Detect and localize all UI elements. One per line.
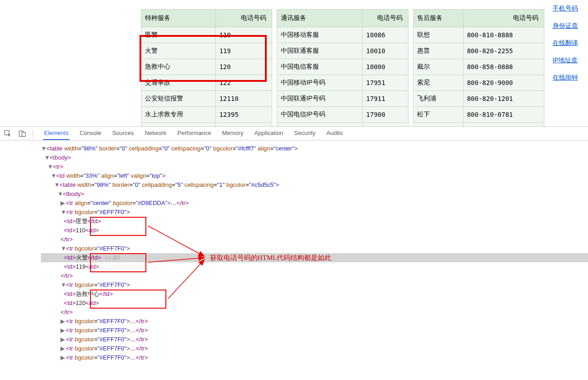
col-header: 特种服务 [141, 10, 215, 27]
aftersale-services-table-container: 售后服务电话号码 联想800-810-8888惠普800-820-2255戴尔8… [413, 9, 544, 126]
cell-number: 800-820-1201 [463, 91, 544, 106]
devtools-tab-elements[interactable]: Elements [43, 127, 70, 140]
col-header: 通讯服务 [277, 10, 362, 27]
cell-number: 800-810-8888 [463, 27, 544, 43]
table-row: 水上求救专用12395 [141, 107, 272, 122]
sidebar-link[interactable]: IP地址查 [549, 52, 588, 69]
col-header: 电话号码 [363, 10, 408, 27]
table-row: 中国电信客服10000 [277, 59, 408, 75]
cell-name: 中国联通IP号码 [277, 91, 362, 106]
cell-number: 110 [216, 27, 272, 43]
cell-number: 17900 [363, 107, 408, 122]
cell-number: 17911 [363, 91, 408, 106]
cell-name: 索尼 [414, 75, 463, 90]
cell-number: 800-810-0781 [463, 107, 544, 122]
table-row: 中国移动IP号码17951 [277, 75, 408, 90]
table-row: 急救中心120 [141, 59, 272, 75]
cell-number: 10086 [363, 27, 408, 43]
cell-name: 爱普生 [414, 123, 463, 126]
col-header: 电话号码 [216, 10, 272, 27]
cell-name: 中国移动IP号码 [277, 75, 362, 90]
cell-name: 交通事故 [141, 75, 215, 90]
col-header: 售后服务 [414, 10, 463, 27]
table-row: 中国电信IP号码17900 [277, 107, 408, 122]
table-row: 松下800-810-0781 [414, 107, 544, 122]
table-row: 联想800-810-8888 [414, 27, 544, 43]
cell-number: 800-820-9000 [463, 75, 544, 90]
table-row: 电话及长途区号查询114 [277, 123, 408, 126]
sidebar-link[interactable]: 手机号码 [549, 0, 588, 17]
col-header: 电话号码 [463, 10, 544, 27]
cell-number: 122 [216, 75, 272, 90]
table-row: 戴尔800-858-0888 [414, 59, 544, 75]
table-row: 爱普生800-810-9977 [414, 123, 544, 126]
devtools-panel: ElementsConsoleSourcesNetworkPerformance… [0, 126, 588, 371]
cell-number: 800-858-0888 [463, 59, 544, 75]
table-comm-services: 通讯服务电话号码 中国移动客服10086中国联通客服10010中国电信客服100… [277, 9, 408, 126]
cell-number: 17951 [363, 75, 408, 90]
table-aftersale-services: 售后服务电话号码 联想800-810-8888惠普800-820-2255戴尔8… [413, 9, 544, 126]
comm-services-table-container: 通讯服务电话号码 中国移动客服10086中国联通客服10010中国电信客服100… [277, 9, 408, 126]
cell-name: 戴尔 [414, 59, 463, 75]
table-row: 天气预报12121 [141, 123, 272, 126]
table-row: 索尼800-820-9000 [414, 75, 544, 90]
cell-number: 119 [216, 43, 272, 59]
cell-name: 中国电信IP号码 [277, 107, 362, 122]
cell-name: 天气预报 [141, 123, 215, 126]
devtools-tab-console[interactable]: Console [79, 127, 102, 140]
devtools-tab-network[interactable]: Network [144, 127, 168, 140]
cell-number: 12110 [216, 91, 272, 106]
cell-number: 114 [363, 123, 408, 126]
cell-name: 惠普 [414, 43, 463, 59]
devtools-tab-security[interactable]: Security [293, 127, 316, 140]
sidebar-links: 手机号码 身份证查 在线翻译 IP地址查 在线闹钟 [549, 0, 588, 126]
cell-name: 电话及长途区号查询 [277, 123, 362, 126]
table-row: 火警119 [141, 43, 272, 59]
inspect-icon[interactable] [4, 130, 12, 138]
devtools-tab-audits[interactable]: Audits [325, 127, 344, 140]
table-row: 公安短信报警12110 [141, 91, 272, 106]
cell-number: 12395 [216, 107, 272, 122]
cell-number: 10010 [363, 43, 408, 59]
cell-name: 急救中心 [141, 59, 215, 75]
table-special-services: 特种服务电话号码 匪警110火警119急救中心120交通事故122公安短信报警1… [141, 9, 272, 126]
dom-tree[interactable]: ▼<table width="98%" border="0" cellpaddi… [0, 140, 588, 371]
sidebar-link[interactable]: 在线闹钟 [549, 69, 588, 86]
table-row: 中国移动客服10086 [277, 27, 408, 43]
sidebar-link[interactable]: 身份证查 [549, 17, 588, 35]
devtools-tab-sources[interactable]: Sources [111, 127, 135, 140]
sidebar-link[interactable]: 在线翻译 [549, 35, 588, 52]
table-row: 惠普800-820-2255 [414, 43, 544, 59]
cell-name: 联想 [414, 27, 463, 43]
cell-name: 中国移动客服 [277, 27, 362, 43]
cell-name: 飞利浦 [414, 91, 463, 106]
table-row: 匪警110 [141, 27, 272, 43]
cell-name: 松下 [414, 107, 463, 122]
cell-number: 12121 [216, 123, 272, 126]
table-row: 交通事故122 [141, 75, 272, 90]
table-row: 飞利浦800-820-1201 [414, 91, 544, 106]
devtools-tab-performance[interactable]: Performance [176, 127, 212, 140]
cell-name: 中国联通客服 [277, 43, 362, 59]
device-toggle-icon[interactable] [18, 130, 26, 138]
svg-rect-2 [22, 132, 25, 136]
annotation-text: 获取电话号码的HTML代码结构都是如此 [210, 253, 332, 262]
devtools-toolbar: ElementsConsoleSourcesNetworkPerformance… [0, 127, 588, 140]
cell-name: 水上求救专用 [141, 107, 215, 122]
special-services-table-container: 特种服务电话号码 匪警110火警119急救中心120交通事故122公安短信报警1… [141, 9, 272, 126]
cell-number: 800-810-9977 [463, 123, 544, 126]
devtools-tab-memory[interactable]: Memory [221, 127, 244, 140]
cell-name: 中国电信客服 [277, 59, 362, 75]
table-row: 中国联通IP号码17911 [277, 91, 408, 106]
cell-name: 火警 [141, 43, 215, 59]
cell-number: 10000 [363, 59, 408, 75]
cell-number: 800-820-2255 [463, 43, 544, 59]
cell-name: 公安短信报警 [141, 91, 215, 106]
cell-name: 匪警 [141, 27, 215, 43]
devtools-tab-application[interactable]: Application [254, 127, 284, 140]
table-row: 中国联通客服10010 [277, 43, 408, 59]
cell-number: 120 [216, 59, 272, 75]
